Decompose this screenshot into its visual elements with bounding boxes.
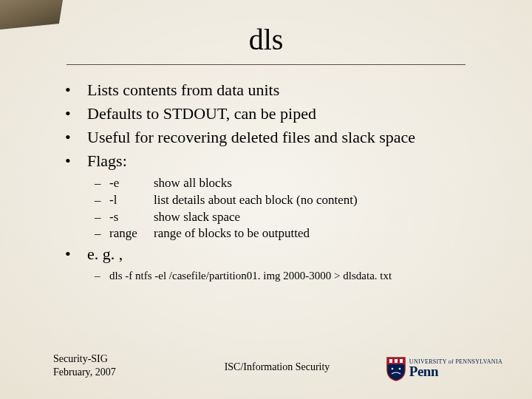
flag-name: range	[109, 225, 154, 242]
flag-description: show all blocks	[154, 175, 502, 192]
bullet-dot-icon: •	[65, 127, 87, 148]
bullet-text: Defaults to STDOUT, can be piped	[87, 103, 502, 124]
bullet-item: • Defaults to STDOUT, can be piped	[65, 103, 502, 124]
dash-icon: –	[95, 225, 109, 242]
bullet-text: Useful for recovering deleted files and …	[87, 127, 502, 148]
flag-name: -e	[109, 175, 154, 192]
slide: dls • Lists contents from data units • D…	[0, 0, 532, 399]
penn-logo: UNIVERSITY of PENNSYLVANIA Penn	[386, 356, 502, 381]
slide-title: dls	[0, 0, 532, 57]
flag-name: -s	[109, 209, 154, 226]
shield-icon	[386, 356, 406, 381]
sub-bullet-item: – -l list details about each block (no c…	[95, 192, 502, 209]
flag-description: range of blocks to be outputted	[154, 225, 502, 242]
svg-point-3	[392, 368, 394, 370]
bullet-text: Flags:	[87, 151, 502, 171]
sub-bullet-item: – -e show all blocks	[95, 175, 502, 192]
bullet-dot-icon: •	[65, 244, 87, 265]
flag-name: -l	[109, 192, 154, 209]
sub-bullet-item: – dls -f ntfs -el /casefile/partition01.…	[95, 268, 502, 283]
bullet-item: • e. g. ,	[65, 244, 502, 265]
logo-penn: Penn	[409, 365, 502, 378]
bullet-text: e. g. ,	[87, 244, 502, 265]
flag-description: show slack space	[154, 209, 502, 226]
flag-description: list details about each block (no conten…	[154, 192, 502, 209]
svg-rect-0	[389, 359, 392, 363]
dash-icon: –	[95, 175, 109, 192]
svg-rect-1	[395, 359, 398, 363]
example-command: dls -f ntfs -el /casefile/partition01. i…	[109, 268, 502, 283]
bullet-dot-icon: •	[65, 80, 87, 100]
dash-icon: –	[95, 268, 109, 283]
sub-bullet-item: – range range of blocks to be outputted	[95, 225, 502, 242]
bullet-item: • Flags:	[65, 151, 502, 171]
dash-icon: –	[95, 192, 109, 209]
bullet-item: • Useful for recovering deleted files an…	[65, 127, 502, 148]
svg-rect-2	[400, 359, 403, 363]
penn-logo-text: UNIVERSITY of PENNSYLVANIA Penn	[409, 359, 502, 378]
dash-icon: –	[95, 209, 109, 226]
sub-bullet-block: – -e show all blocks – -l list details a…	[95, 175, 502, 243]
bullet-dot-icon: •	[65, 151, 87, 171]
bullet-text: Lists contents from data units	[87, 80, 502, 100]
footer-center-text: ISC/Information Security	[225, 361, 330, 373]
svg-point-4	[399, 368, 401, 370]
slide-content: • Lists contents from data units • Defau…	[65, 80, 502, 284]
bullet-dot-icon: •	[65, 103, 87, 124]
bullet-item: • Lists contents from data units	[65, 80, 502, 100]
sub-bullet-item: – -s show slack space	[95, 209, 502, 226]
sub-bullet-block: – dls -f ntfs -el /casefile/partition01.…	[95, 268, 502, 283]
title-divider	[66, 64, 466, 65]
